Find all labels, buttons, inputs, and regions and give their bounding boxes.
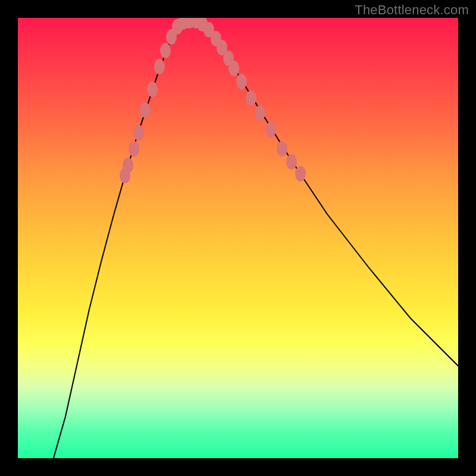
curve-marker: [160, 43, 171, 58]
curve-marker: [154, 59, 165, 74]
curve-marker: [123, 158, 133, 173]
marker-layer: [120, 18, 306, 183]
chart-frame: TheBottleneck.com: [0, 0, 476, 476]
curve-marker: [246, 90, 256, 106]
curve-marker: [255, 105, 265, 121]
curve-marker: [295, 166, 306, 181]
curve-marker: [265, 122, 276, 137]
curve-marker: [133, 125, 144, 140]
chart-svg: [18, 18, 458, 458]
curve-marker: [236, 74, 247, 89]
curve-marker: [129, 141, 139, 156]
curve-marker: [286, 154, 297, 170]
curve-marker: [228, 61, 239, 76]
plot-area: [18, 18, 458, 458]
curve-marker: [140, 102, 151, 118]
curve-marker: [147, 82, 158, 97]
watermark-text: TheBottleneck.com: [355, 2, 469, 18]
curve-layer: [54, 21, 458, 458]
curve-marker: [277, 141, 287, 156]
bottleneck-curve: [54, 21, 458, 458]
